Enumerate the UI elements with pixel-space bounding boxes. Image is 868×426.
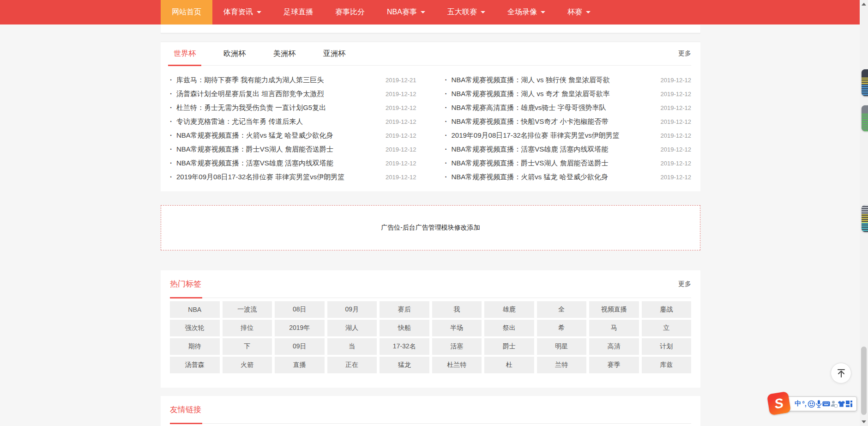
news-link[interactable]: NBA常规赛视频直播：爵士VS湖人 詹眉能否送爵士 xyxy=(170,145,333,154)
news-date: 2019-12-12 xyxy=(386,91,416,97)
tag[interactable]: 猛龙 xyxy=(380,357,429,373)
scrollbar-down-arrow[interactable] xyxy=(862,420,866,423)
tag[interactable]: 库兹 xyxy=(642,357,692,373)
skin-icon[interactable] xyxy=(838,399,845,408)
account-icon[interactable] xyxy=(830,399,838,408)
tag[interactable]: 杜 xyxy=(484,357,534,373)
tag[interactable]: 快船 xyxy=(380,320,429,336)
nav-item[interactable]: 体育资讯 xyxy=(212,0,272,24)
tag[interactable]: 爵士 xyxy=(484,338,534,355)
nav-item[interactable]: 杯赛 xyxy=(556,0,602,24)
news-item: NBA常规赛视频直播：爵士VS湖人 詹眉能否送爵士2019-12-12 xyxy=(170,142,416,156)
news-link[interactable]: 2019年09月08日17-32名排位赛 菲律宾男篮vs伊朗男篮 xyxy=(445,131,620,140)
chinese-mode-icon[interactable]: 中 xyxy=(795,399,801,408)
punctuation-icon[interactable]: °, xyxy=(801,399,808,408)
tag[interactable]: 09月 xyxy=(327,301,377,318)
news-link[interactable]: NBA常规赛视频直播：活塞VS雄鹿 活塞内线双塔能 xyxy=(445,145,609,154)
news-tabs: 世界杯欧洲杯美洲杯亚洲杯 xyxy=(170,42,369,65)
tag[interactable]: 08日 xyxy=(275,301,325,318)
tag[interactable]: 活塞 xyxy=(432,338,482,355)
tab[interactable]: 亚洲杯 xyxy=(319,42,349,65)
tab[interactable]: 美洲杯 xyxy=(270,42,299,65)
tag[interactable]: 一波流 xyxy=(223,301,272,318)
scrollbar-thumb[interactable] xyxy=(861,347,867,415)
tag[interactable]: 高清 xyxy=(589,338,639,355)
news-link[interactable]: 杜兰特：勇士无需为我受伤负责 一直计划G5复出 xyxy=(170,103,326,112)
side-widget-3[interactable] xyxy=(862,205,868,232)
tag[interactable]: 正在 xyxy=(327,357,377,373)
tag[interactable]: 鏖战 xyxy=(642,301,692,318)
tag[interactable]: 09日 xyxy=(275,338,325,355)
keyboard-icon[interactable] xyxy=(822,399,830,408)
nav-item[interactable]: NBA赛事 xyxy=(376,0,436,24)
tag[interactable]: 汤普森 xyxy=(170,357,220,373)
news-link[interactable]: 2019年09月08日17-32名排位赛 菲律宾男篮vs伊朗男篮 xyxy=(170,173,344,182)
tab[interactable]: 世界杯 xyxy=(170,42,199,65)
tag[interactable]: 火箭 xyxy=(223,357,272,373)
news-list: 库兹马：期待下赛季 我有能力成为湖人第三巨头2019-12-21汤普森计划全明星… xyxy=(170,66,691,184)
news-more-link[interactable]: 更多 xyxy=(678,49,691,58)
friend-links-title: 友情链接 xyxy=(170,404,201,415)
news-link[interactable]: NBA常规赛视频直播：火箭vs 猛龙 哈登威少欲化身 xyxy=(170,131,333,140)
tag[interactable]: 计划 xyxy=(642,338,692,355)
tag[interactable]: NBA xyxy=(170,301,220,318)
tag[interactable]: 当 xyxy=(327,338,377,355)
nav-items: 网站首页体育资讯足球直播赛事比分NBA赛事五大联赛全场录像杯赛 xyxy=(161,0,860,24)
news-link[interactable]: 汤普森计划全明星赛后复出 坦言西部竞争太激烈 xyxy=(170,90,324,98)
nav-item[interactable]: 足球直播 xyxy=(272,0,324,24)
tag[interactable]: 杜兰特 xyxy=(432,357,482,373)
tag[interactable]: 我 xyxy=(432,301,482,318)
scrollbar-up-arrow[interactable] xyxy=(862,3,866,6)
sogou-logo-icon[interactable]: S xyxy=(767,391,791,416)
tag[interactable]: 2019年 xyxy=(275,320,325,336)
tag[interactable]: 湖人 xyxy=(327,320,377,336)
tag[interactable]: 半场 xyxy=(432,320,482,336)
tag[interactable]: 17-32名 xyxy=(380,338,429,355)
tag[interactable]: 强次轮 xyxy=(170,320,220,336)
tag[interactable]: 排位 xyxy=(223,320,272,336)
tag[interactable]: 马 xyxy=(589,320,639,336)
news-link[interactable]: NBA常规赛高清直播：雄鹿vs骑士 字母哥强势率队 xyxy=(445,103,606,112)
side-widget-segment xyxy=(862,105,868,114)
nav-item[interactable]: 网站首页 xyxy=(161,0,212,24)
tag[interactable]: 希 xyxy=(537,320,587,336)
tag[interactable]: 祭出 xyxy=(484,320,534,336)
news-link[interactable]: NBA常规赛视频直播：火箭vs 猛龙 哈登威少欲化身 xyxy=(445,173,608,182)
nav-item[interactable]: 赛事比分 xyxy=(324,0,376,24)
news-link[interactable]: NBA常规赛视频直播：活塞VS雄鹿 活塞内线双塔能 xyxy=(170,159,333,168)
hot-tags-more-link[interactable]: 更多 xyxy=(678,280,691,288)
news-item: 汤普森计划全明星赛后复出 坦言西部竞争太激烈2019-12-12 xyxy=(170,87,416,101)
news-link[interactable]: NBA常规赛视频直播：快船VS奇才 小卡泡椒能否带 xyxy=(445,117,609,126)
news-link[interactable]: 库兹马：期待下赛季 我有能力成为湖人第三巨头 xyxy=(170,76,324,85)
tag[interactable]: 明星 xyxy=(537,338,587,355)
tag[interactable]: 视频直播 xyxy=(589,301,639,318)
tag[interactable]: 立 xyxy=(642,320,692,336)
tag[interactable]: 期待 xyxy=(170,338,220,355)
news-link[interactable]: 专访麦克格雷迪：尤记当年勇 传道后来人 xyxy=(170,117,303,126)
tag[interactable]: 赛后 xyxy=(380,301,429,318)
side-widget-2[interactable] xyxy=(862,105,868,131)
emoji-icon[interactable] xyxy=(808,399,815,408)
tag[interactable]: 全 xyxy=(537,301,587,318)
tag[interactable]: 兰特 xyxy=(537,357,587,373)
side-widget-1[interactable] xyxy=(862,69,868,96)
ad-banner-text: 广告位-后台广告管理模块修改添加 xyxy=(381,224,480,232)
menu-grid-icon[interactable] xyxy=(845,399,853,408)
tag[interactable]: 雄鹿 xyxy=(484,301,534,318)
hot-tags-section: 热门标签 更多 NBA一波流08日09月赛后我雄鹿全视频直播鏖战强次轮排位201… xyxy=(161,270,700,388)
nav-item[interactable]: 全场录像 xyxy=(496,0,556,24)
back-to-top-button[interactable] xyxy=(831,363,851,383)
news-link[interactable]: NBA常规赛视频直播：爵士VS湖人 詹眉能否送爵士 xyxy=(445,159,609,168)
news-item: NBA常规赛视频直播：湖人 vs 独行侠 詹皇浓眉哥欲2019-12-12 xyxy=(445,73,692,87)
news-date: 2019-12-12 xyxy=(661,174,692,181)
news-link[interactable]: NBA常规赛视频直播：湖人 vs 独行侠 詹皇浓眉哥欲 xyxy=(445,76,610,85)
nav-item[interactable]: 五大联赛 xyxy=(436,0,496,24)
side-widget-segment xyxy=(862,78,868,85)
news-date: 2019-12-21 xyxy=(386,77,416,84)
tab[interactable]: 欧洲杯 xyxy=(220,42,249,65)
tag[interactable]: 直播 xyxy=(275,357,325,373)
tag[interactable]: 下 xyxy=(223,338,272,355)
tag[interactable]: 赛季 xyxy=(589,357,639,373)
news-link[interactable]: NBA常规赛视频直播：湖人 vs 奇才 詹皇浓眉哥欲率 xyxy=(445,90,610,98)
mic-icon[interactable] xyxy=(815,399,822,408)
